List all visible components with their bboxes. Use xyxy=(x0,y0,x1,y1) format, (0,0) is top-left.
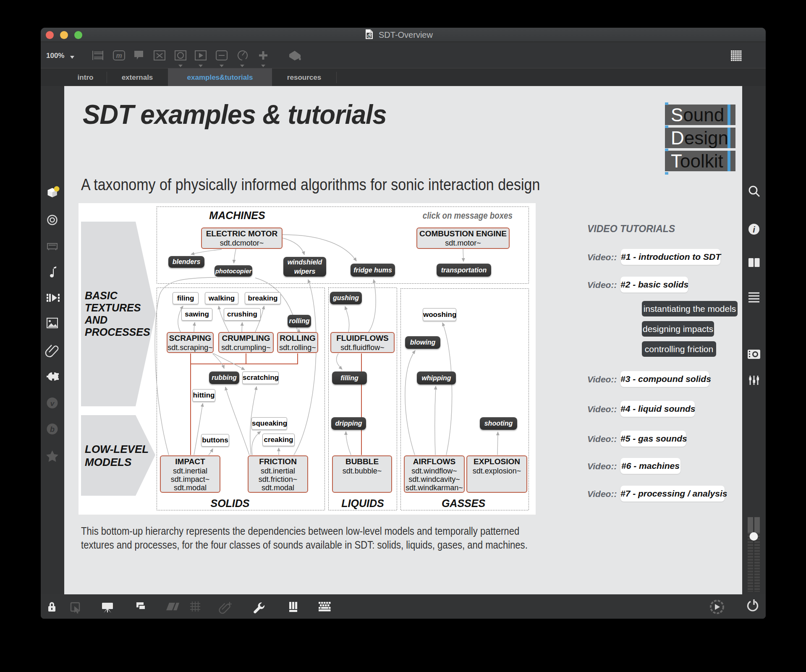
svg-text:i: i xyxy=(753,225,755,234)
svg-text:v: v xyxy=(50,400,55,408)
svg-text:b: b xyxy=(50,425,55,434)
svg-text:m: m xyxy=(116,52,122,59)
